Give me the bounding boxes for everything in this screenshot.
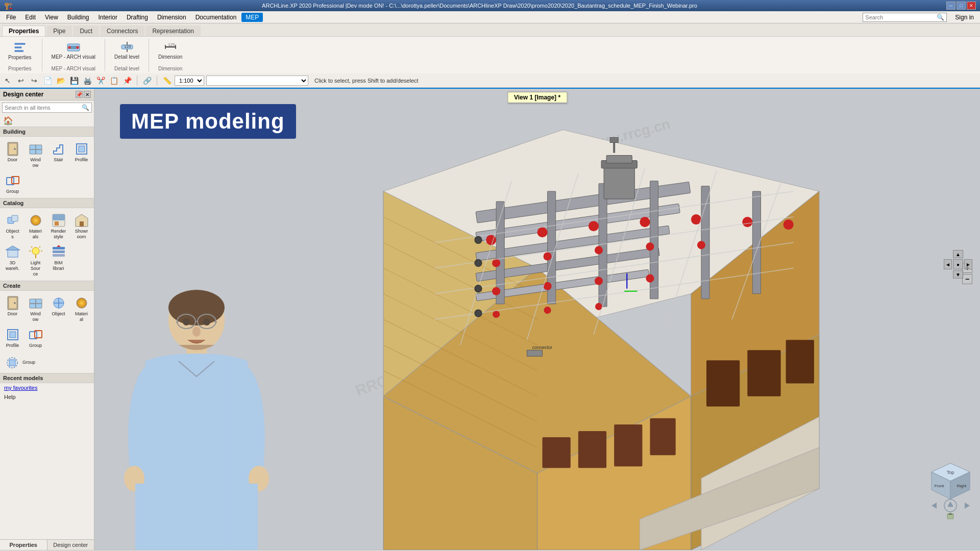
menu-edit[interactable]: Edit xyxy=(21,13,40,22)
svg-point-109 xyxy=(595,246,603,254)
menu-interior[interactable]: Interior xyxy=(94,13,121,22)
building-section-header: Building xyxy=(0,127,94,137)
render-style-icon xyxy=(51,212,67,229)
view-label[interactable]: View 1 [Image] * xyxy=(507,92,567,103)
tool-paste[interactable]: 📌 xyxy=(121,75,133,86)
ribbon-tab-representation[interactable]: Representation xyxy=(145,26,200,36)
panel-close-button[interactable]: ✕ xyxy=(84,91,91,98)
building-door[interactable]: Door xyxy=(2,140,23,169)
catalog-materials[interactable]: Materials xyxy=(25,211,46,241)
ribbon-tab-connectors[interactable]: Connectors xyxy=(100,26,144,36)
tool-save[interactable]: 💾 xyxy=(68,75,80,86)
search-input[interactable] xyxy=(865,14,937,20)
ribbon-group-detail: 125 Detail level Detail level xyxy=(111,39,149,71)
svg-point-117 xyxy=(544,307,551,314)
catalog-3d-warehouse[interactable]: 3D wareh. xyxy=(2,243,23,278)
create-profile[interactable]: Profile xyxy=(2,325,23,349)
ribbon-btn-mep-visual[interactable]: MEP - ARCH visual xyxy=(48,39,99,61)
svg-point-136 xyxy=(475,310,482,317)
detail-label: Detail level xyxy=(114,54,139,60)
tab-design-center[interactable]: Design center xyxy=(47,540,94,550)
ribbon-btn-dimension[interactable]: 125 Dimension xyxy=(155,39,185,61)
navigation-cube[interactable]: Top Front Right xyxy=(929,461,972,519)
svg-text:Front: Front xyxy=(935,484,944,488)
catalog-light-source[interactable]: LightSource xyxy=(25,243,46,278)
pan-controls: ▲ ◄ ● ► ▼ xyxy=(944,250,972,279)
create-material[interactable]: Material xyxy=(71,294,92,323)
ribbon-btn-properties[interactable]: Properties xyxy=(4,39,36,62)
close-button[interactable]: ✕ xyxy=(967,2,976,10)
create-window-icon xyxy=(28,295,44,311)
menu-documentation[interactable]: Documentation xyxy=(191,13,241,22)
menu-file[interactable]: File xyxy=(2,13,20,22)
pan-left-button[interactable]: ◄ xyxy=(944,259,952,269)
minimize-button[interactable]: ─ xyxy=(946,2,955,10)
create-group[interactable]: Group xyxy=(25,325,46,349)
detail-icon: 125 xyxy=(120,40,134,54)
tab-properties[interactable]: Properties xyxy=(0,540,47,550)
left-panel: Design center 📌 ✕ 🔍 🏠 Building xyxy=(0,89,94,550)
pan-right-button[interactable]: ► xyxy=(964,259,972,269)
tool-print[interactable]: 🖨️ xyxy=(82,75,93,86)
pan-center-button[interactable]: ● xyxy=(953,259,963,269)
menu-mep[interactable]: MEP xyxy=(241,13,263,22)
ribbon-tab-pipe[interactable]: Pipe xyxy=(46,26,72,36)
building-group[interactable]: Group xyxy=(2,171,23,195)
catalog-objects[interactable]: Objects xyxy=(2,211,23,241)
tool-select[interactable]: ↖ xyxy=(2,75,13,86)
building-3d-view[interactable]: www.rrcg.cn RRCG 人素材 RRCG xyxy=(94,89,980,550)
create-object[interactable]: Object xyxy=(48,294,69,323)
properties-label: Properties xyxy=(8,55,32,60)
pan-down-button[interactable]: ▼ xyxy=(953,270,963,279)
panel-search-button[interactable]: 🔍 xyxy=(80,103,91,112)
panel-search-input[interactable] xyxy=(3,104,80,112)
ribbon-group-label-mep-visual: MEP - ARCH visual xyxy=(52,66,96,71)
view-mode-select[interactable] xyxy=(206,76,308,86)
panel-home-button[interactable]: 🏠 xyxy=(3,116,91,126)
building-profile[interactable]: Profile xyxy=(71,140,92,169)
building-stair[interactable]: Stair xyxy=(48,140,69,169)
maximize-button[interactable]: □ xyxy=(957,2,966,10)
recent-model-favourites[interactable]: my favourites xyxy=(0,383,94,392)
tool-new[interactable]: 📄 xyxy=(42,75,53,86)
catalog-icon-grid: Objects Materials xyxy=(0,208,94,281)
tool-open[interactable]: 📂 xyxy=(55,75,66,86)
menu-drafting[interactable]: Drafting xyxy=(122,13,152,22)
svg-rect-4 xyxy=(70,46,77,49)
svg-rect-139 xyxy=(527,350,542,356)
ribbon-btn-detail[interactable]: 125 Detail level xyxy=(111,39,142,61)
menu-building[interactable]: Building xyxy=(63,13,93,22)
mep-modeling-title: MEP modeling xyxy=(120,104,296,139)
view-scale-select[interactable]: 1:100 1:50 1:200 xyxy=(175,76,204,86)
render-style-label: Renderstyle xyxy=(51,229,66,240)
menu-view[interactable]: View xyxy=(41,13,62,22)
building-window[interactable]: Window xyxy=(25,140,46,169)
sign-in-button[interactable]: Sign in xyxy=(951,13,978,22)
pan-up-button[interactable]: ▲ xyxy=(953,250,963,258)
create-group-icon xyxy=(28,327,44,343)
tool-copy[interactable]: 📋 xyxy=(108,75,119,86)
tool-line[interactable]: 📏 xyxy=(161,75,173,86)
app-icon: 🏗️ xyxy=(4,2,13,10)
building-icon-grid: Door Window xyxy=(0,137,94,198)
help-item[interactable]: Help xyxy=(0,392,94,402)
ribbon-tab-duct[interactable]: Duct xyxy=(73,26,99,36)
catalog-showroom[interactable]: Showroom xyxy=(71,211,92,241)
tool-redo[interactable]: ↪ xyxy=(29,75,40,86)
create-standalone-group[interactable]: Group xyxy=(4,355,90,371)
search-box: 🔍 xyxy=(863,13,947,22)
create-window[interactable]: Window xyxy=(25,294,46,323)
panel-pin-button[interactable]: 📌 xyxy=(76,91,83,98)
catalog-bim-library[interactable]: BIMlibrari xyxy=(48,243,69,278)
create-door[interactable]: Door xyxy=(2,294,23,323)
catalog-render-style[interactable]: Renderstyle xyxy=(48,211,69,241)
ribbon-group-label-dimension: Dimension xyxy=(158,66,182,71)
group2-label: Group xyxy=(22,360,35,365)
svg-rect-2 xyxy=(14,50,23,52)
svg-rect-56 xyxy=(10,332,16,338)
ribbon-tab-properties[interactable]: Properties xyxy=(2,26,45,36)
tool-chain[interactable]: 🔗 xyxy=(141,75,153,86)
tool-undo[interactable]: ↩ xyxy=(15,75,27,86)
menu-dimension[interactable]: Dimension xyxy=(153,13,190,22)
tool-cut[interactable]: ✂️ xyxy=(95,75,106,86)
